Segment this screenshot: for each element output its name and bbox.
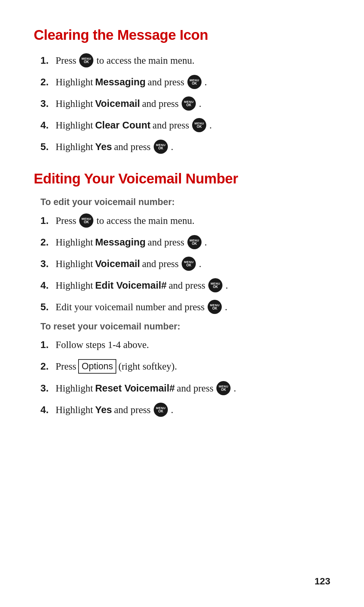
step-text: and press xyxy=(153,118,189,132)
list-item: 4. Highlight Yes and press MENU OK . xyxy=(34,403,330,417)
list-item: 2. Press Options (right softkey). xyxy=(34,359,330,374)
step-text: and press xyxy=(169,279,205,292)
list-item: 4. Highlight Edit Voicemail# and press M… xyxy=(34,278,330,292)
list-item: 2. Highlight Messaging and press MENU OK… xyxy=(34,75,330,89)
step-content: Press MENU OK to access the main menu. xyxy=(56,53,194,67)
menu-ok-icon: MENU OK xyxy=(187,75,202,89)
step-number: 2. xyxy=(40,359,56,373)
menu-ok-icon: MENU OK xyxy=(154,140,168,154)
step-text: Highlight xyxy=(56,118,93,132)
step-content: Highlight Messaging and press MENU OK . xyxy=(56,235,207,249)
step-bold: Yes xyxy=(95,140,112,154)
step-number: 1. xyxy=(40,54,56,67)
subheading-edit: To edit your voicemail number: xyxy=(40,197,330,207)
step-text: Highlight xyxy=(56,75,93,89)
step-content: Press Options (right softkey). xyxy=(56,359,177,374)
step-text: Press xyxy=(56,214,76,228)
step-content: Highlight Yes and press MENU OK . xyxy=(56,140,173,154)
step-number: 2. xyxy=(40,235,56,249)
list-item: 5. Highlight Yes and press MENU OK . xyxy=(34,140,330,154)
step-content: Press MENU OK to access the main menu. xyxy=(56,213,194,228)
list-item: 3. Highlight Voicemail and press MENU OK… xyxy=(34,96,330,111)
subheading-reset: To reset your voicemail number: xyxy=(40,321,330,332)
step-text: . xyxy=(205,75,207,89)
step-text: and press xyxy=(148,235,184,249)
menu-ok-icon: MENU OK xyxy=(79,213,93,228)
menu-ok-icon: MENU OK xyxy=(154,403,168,417)
step-text: Follow steps 1-4 above. xyxy=(56,338,149,352)
step-bold: Voicemail xyxy=(95,257,140,271)
step-number: 4. xyxy=(40,279,56,292)
step-number: 4. xyxy=(40,403,56,417)
step-text: . xyxy=(205,235,207,249)
step-text: and press xyxy=(148,75,184,89)
step-text: Press xyxy=(56,54,76,67)
options-key: Options xyxy=(78,359,116,374)
menu-ok-icon: MENU OK xyxy=(182,257,196,271)
menu-ok-icon: MENU OK xyxy=(187,235,202,249)
step-content: Highlight Voicemail and press MENU OK . xyxy=(56,257,201,271)
step-content: Edit your voicemail number and press MEN… xyxy=(56,300,227,314)
list-item: 3. Highlight Voicemail and press MENU OK… xyxy=(34,257,330,271)
step-text: Highlight xyxy=(56,140,93,154)
list-item: 5. Edit your voicemail number and press … xyxy=(34,300,330,314)
step-text: Edit your voicemail number and press xyxy=(56,300,205,314)
menu-ok-icon: MENU OK xyxy=(79,53,93,67)
section-clearing: Clearing the Message Icon 1. Press MENU … xyxy=(34,27,330,154)
step-text: . xyxy=(199,97,201,111)
step-number: 1. xyxy=(40,214,56,228)
step-text: (right softkey). xyxy=(118,359,177,373)
step-text: Highlight xyxy=(56,279,93,292)
step-content: Follow steps 1-4 above. xyxy=(56,338,149,352)
step-number: 2. xyxy=(40,75,56,89)
step-text: Highlight xyxy=(56,403,93,417)
step-bold: Yes xyxy=(95,403,112,417)
step-content: Highlight Messaging and press MENU OK . xyxy=(56,75,207,89)
section-title-clearing: Clearing the Message Icon xyxy=(34,27,330,43)
list-item: 1. Follow steps 1-4 above. xyxy=(34,338,330,352)
step-text: and press xyxy=(142,257,179,271)
step-text: . xyxy=(225,300,227,314)
step-text: to access the main menu. xyxy=(96,54,194,67)
list-item: 1. Press MENU OK to access the main menu… xyxy=(34,53,330,67)
step-text: . xyxy=(199,257,201,271)
step-number: 5. xyxy=(40,300,56,314)
step-text: . xyxy=(171,403,173,417)
step-text: Highlight xyxy=(56,235,93,249)
step-text: Highlight xyxy=(56,97,93,111)
list-item: 2. Highlight Messaging and press MENU OK… xyxy=(34,235,330,249)
step-text: and press xyxy=(114,403,151,417)
page-number: 123 xyxy=(314,576,330,587)
step-bold: Messaging xyxy=(95,75,146,89)
step-text: and press xyxy=(177,381,214,395)
section-editing: Editing Your Voicemail Number To edit yo… xyxy=(34,171,330,417)
step-content: Highlight Clear Count and press MENU OK … xyxy=(56,118,212,132)
list-item: 1. Press MENU OK to access the main menu… xyxy=(34,213,330,228)
menu-ok-icon: MENU OK xyxy=(216,381,231,395)
menu-ok-icon: MENU OK xyxy=(192,118,206,132)
step-content: Highlight Voicemail and press MENU OK . xyxy=(56,96,201,111)
step-text: Press xyxy=(56,359,76,373)
section-title-editing: Editing Your Voicemail Number xyxy=(34,171,330,187)
list-item: 3. Highlight Reset Voicemail# and press … xyxy=(34,381,330,395)
step-bold: Reset Voicemail# xyxy=(95,381,175,395)
step-text: Highlight xyxy=(56,381,93,395)
step-text: to access the main menu. xyxy=(96,214,194,228)
step-content: Highlight Edit Voicemail# and press MENU… xyxy=(56,278,228,292)
step-bold: Messaging xyxy=(95,235,146,249)
step-text: . xyxy=(234,381,236,395)
menu-ok-icon: MENU OK xyxy=(208,278,222,292)
step-bold: Clear Count xyxy=(95,118,150,132)
step-content: Highlight Yes and press MENU OK . xyxy=(56,403,173,417)
step-text: . xyxy=(171,140,173,154)
step-number: 3. xyxy=(40,381,56,395)
step-bold: Voicemail xyxy=(95,97,140,111)
step-number: 4. xyxy=(40,118,56,132)
step-number: 3. xyxy=(40,257,56,271)
menu-ok-icon: MENU OK xyxy=(182,96,196,111)
step-bold: Edit Voicemail# xyxy=(95,279,166,292)
clearing-steps-list: 1. Press MENU OK to access the main menu… xyxy=(34,53,330,154)
step-number: 5. xyxy=(40,140,56,154)
step-text: Highlight xyxy=(56,257,93,271)
edit-steps-list: 1. Press MENU OK to access the main menu… xyxy=(34,213,330,314)
